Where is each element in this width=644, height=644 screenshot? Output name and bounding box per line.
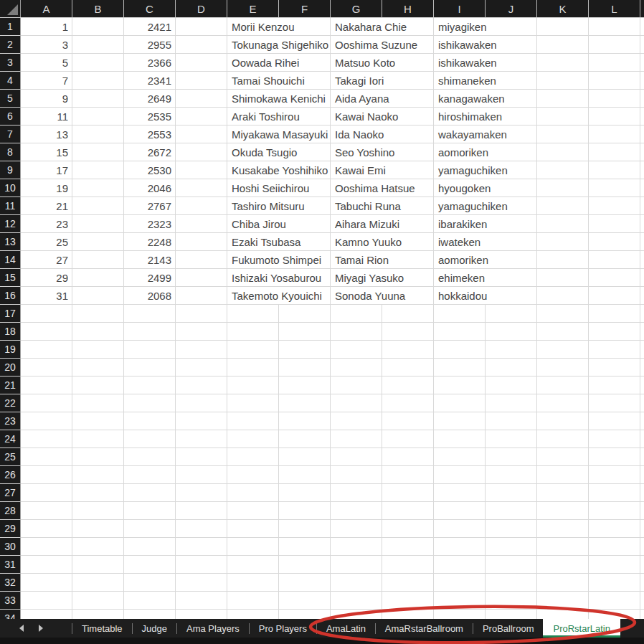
cell-l21[interactable] [589,377,640,394]
cell-l31[interactable] [589,556,640,574]
cell-e23[interactable] [227,412,279,430]
cell-f30[interactable] [279,538,331,556]
cell-k14[interactable] [537,251,589,269]
cell-k19[interactable] [537,341,589,359]
cell-k21[interactable] [537,377,589,394]
cell-g32[interactable] [331,574,382,592]
column-header-j[interactable]: J [486,0,537,17]
cell-c33[interactable] [124,592,176,610]
cell-e30[interactable] [227,538,279,556]
cell-g25[interactable] [331,448,382,466]
cell-e7[interactable]: Miyakawa Masayuki [227,126,331,143]
cell-b11[interactable] [72,197,124,215]
cell-e4[interactable]: Tamai Shouichi [227,72,331,90]
cell-e8[interactable]: Okuda Tsugio [227,143,331,161]
cell-k28[interactable] [537,502,589,520]
cell-b27[interactable] [72,484,124,502]
column-header-i[interactable]: I [434,0,486,17]
cell-k32[interactable] [537,574,589,592]
cell-f33[interactable] [279,592,331,610]
cell-k17[interactable] [537,305,589,323]
cell-d20[interactable] [176,359,227,377]
cell-f28[interactable] [279,502,331,520]
cell-l13[interactable] [589,233,640,251]
column-header-k[interactable]: K [537,0,589,17]
cell-c24[interactable] [124,430,176,448]
cell-i11[interactable]: yamaguchiken [434,197,537,215]
cell-l18[interactable] [589,323,640,341]
cell-h23[interactable] [382,412,434,430]
row-header-18[interactable]: 18 [0,323,21,341]
cell-a9[interactable]: 17 [21,161,72,179]
cell-j17[interactable] [486,305,537,323]
cell-k7[interactable] [537,126,589,143]
cell-b8[interactable] [72,143,124,161]
cell-j28[interactable] [486,502,537,520]
cell-f21[interactable] [279,377,331,394]
cell-a27[interactable] [21,484,72,502]
cell-l25[interactable] [589,448,640,466]
cell-k24[interactable] [537,430,589,448]
row-header-4[interactable]: 4 [0,72,21,90]
cell-i16[interactable]: hokkaidou [434,287,537,305]
cell-a17[interactable] [21,305,72,323]
cell-e31[interactable] [227,556,279,574]
cell-b13[interactable] [72,233,124,251]
cell-c20[interactable] [124,359,176,377]
cell-g10[interactable]: Ooshima Hatsue [331,179,434,197]
cell-i9[interactable]: yamaguchiken [434,161,537,179]
cell-l15[interactable] [589,269,640,287]
cell-g12[interactable]: Aihara Mizuki [331,215,434,233]
cell-e16[interactable]: Takemoto Kyouichi [227,287,331,305]
cell-i21[interactable] [434,377,486,394]
cell-b14[interactable] [72,251,124,269]
cell-e27[interactable] [227,484,279,502]
cell-c23[interactable] [124,412,176,430]
cell-a25[interactable] [21,448,72,466]
cell-a8[interactable]: 15 [21,143,72,161]
cell-g30[interactable] [331,538,382,556]
cell-a24[interactable] [21,430,72,448]
cell-b18[interactable] [72,323,124,341]
cell-f26[interactable] [279,466,331,484]
cell-d7[interactable] [176,126,227,143]
cell-i31[interactable] [434,556,486,574]
cell-i28[interactable] [434,502,486,520]
cell-b12[interactable] [72,215,124,233]
cell-i19[interactable] [434,341,486,359]
row-header-7[interactable]: 7 [0,126,21,143]
cell-g21[interactable] [331,377,382,394]
cell-k20[interactable] [537,359,589,377]
cell-e12[interactable]: Chiba Jirou [227,215,331,233]
cell-l23[interactable] [589,412,640,430]
cell-e26[interactable] [227,466,279,484]
cell-b4[interactable] [72,72,124,90]
cell-g33[interactable] [331,592,382,610]
cell-c17[interactable] [124,305,176,323]
cell-c9[interactable]: 2530 [124,161,176,179]
cell-l33[interactable] [589,592,640,610]
row-header-8[interactable]: 8 [0,143,21,161]
cell-k26[interactable] [537,466,589,484]
cell-a1[interactable]: 1 [21,18,72,36]
cell-d3[interactable] [176,54,227,72]
cell-g18[interactable] [331,323,382,341]
cell-i22[interactable] [434,394,486,412]
cell-l3[interactable] [589,54,640,72]
cell-a2[interactable]: 3 [21,36,72,54]
cell-d19[interactable] [176,341,227,359]
row-header-16[interactable]: 16 [0,287,21,305]
cell-l30[interactable] [589,538,640,556]
cell-h18[interactable] [382,323,434,341]
cell-i17[interactable] [434,305,486,323]
cell-c30[interactable] [124,538,176,556]
cell-c28[interactable] [124,502,176,520]
cell-j30[interactable] [486,538,537,556]
cell-f17[interactable] [279,305,331,323]
cell-l20[interactable] [589,359,640,377]
cell-e14[interactable]: Fukumoto Shimpei [227,251,331,269]
cell-b19[interactable] [72,341,124,359]
cell-b30[interactable] [72,538,124,556]
cell-g11[interactable]: Tabuchi Runa [331,197,434,215]
cell-h32[interactable] [382,574,434,592]
